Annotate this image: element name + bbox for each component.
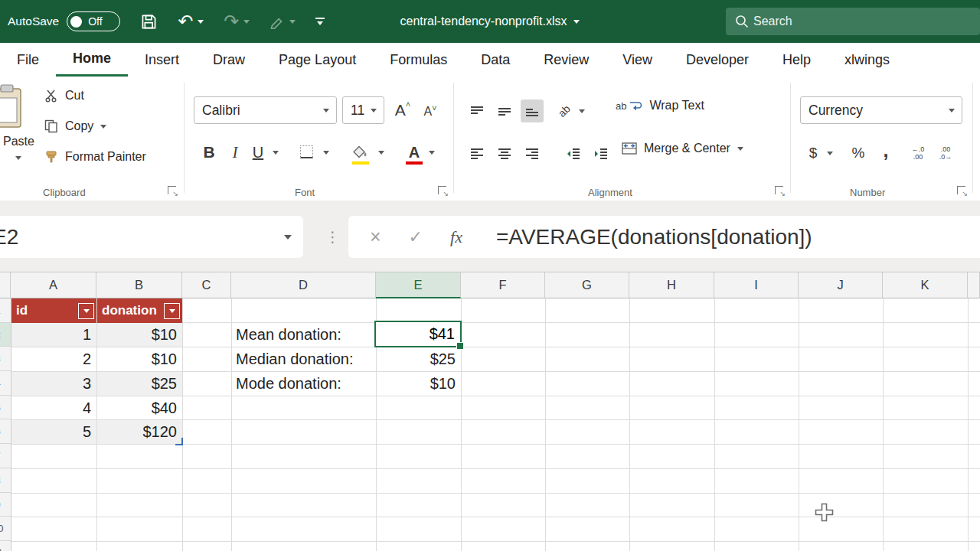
cut-button[interactable]: Cut: [44, 89, 84, 103]
tab-insert[interactable]: Insert: [128, 43, 196, 77]
column-header-B[interactable]: B: [96, 272, 182, 298]
orientation-dropdown-icon[interactable]: [579, 109, 585, 113]
column-header-partial[interactable]: [968, 272, 980, 298]
paste-button[interactable]: Paste: [3, 135, 34, 148]
font-dialog-launcher-icon[interactable]: [438, 186, 446, 194]
column-header-I[interactable]: I: [714, 272, 799, 298]
row-header-5[interactable]: 5: [0, 396, 11, 420]
cell-D3[interactable]: Median donation:: [232, 347, 375, 371]
italic-button[interactable]: I: [224, 139, 247, 165]
tab-developer[interactable]: Developer: [669, 43, 766, 77]
column-header-H[interactable]: H: [629, 272, 714, 298]
font-size-combo[interactable]: 11: [342, 96, 384, 124]
clipboard-dialog-launcher-icon[interactable]: [168, 186, 176, 194]
align-left-button[interactable]: [466, 142, 488, 165]
cell-B5[interactable]: $40: [97, 396, 182, 420]
row-header-6[interactable]: 6: [0, 419, 11, 444]
cell-E4[interactable]: $10: [377, 372, 461, 396]
bold-button[interactable]: B: [198, 139, 220, 165]
enter-icon[interactable]: ✓: [409, 227, 423, 247]
column-header-C[interactable]: C: [182, 272, 231, 298]
shrink-font-button[interactable]: A˅: [418, 99, 443, 124]
align-middle-button[interactable]: [493, 99, 516, 122]
fill-color-button[interactable]: [351, 141, 371, 164]
grow-font-button[interactable]: A˄: [390, 98, 415, 122]
copy-button[interactable]: Copy: [44, 119, 106, 133]
percent-style-button[interactable]: %: [848, 141, 868, 165]
comma-style-button[interactable]: ,: [877, 138, 894, 162]
formula-bar-resize-handle[interactable]: ⋮: [325, 228, 340, 246]
name-box-dropdown-icon[interactable]: [284, 235, 292, 240]
select-all-corner[interactable]: [0, 272, 11, 298]
copy-dropdown-icon[interactable]: [100, 125, 106, 129]
column-header-A[interactable]: A: [11, 272, 96, 298]
table-resize-handle[interactable]: [175, 438, 183, 445]
cell-A1-table-header[interactable]: id: [11, 298, 96, 323]
format-painter-button[interactable]: Format Painter: [44, 150, 146, 164]
id-filter-button[interactable]: [78, 303, 94, 319]
merge-center-button[interactable]: Merge & Center: [622, 142, 743, 155]
borders-dropdown-icon[interactable]: [323, 151, 329, 155]
tab-formulas[interactable]: Formulas: [373, 43, 464, 77]
cell-D2[interactable]: Mean donation:: [232, 323, 375, 347]
tab-draw[interactable]: Draw: [196, 43, 262, 77]
cell-A6[interactable]: 5: [11, 420, 96, 444]
align-bottom-button[interactable]: [521, 99, 544, 122]
cancel-icon[interactable]: ×: [370, 226, 381, 248]
align-right-button[interactable]: [521, 142, 544, 165]
font-color-button[interactable]: A: [404, 141, 424, 164]
column-header-E[interactable]: E: [376, 272, 461, 298]
increase-decimal-button[interactable]: ←.0.00: [906, 141, 929, 165]
alignment-dialog-launcher-icon[interactable]: [775, 186, 783, 194]
column-header-J[interactable]: J: [799, 272, 883, 298]
row-header-1[interactable]: 1: [0, 298, 11, 323]
decrease-decimal-button[interactable]: .00.0→: [934, 141, 957, 165]
cell-D4[interactable]: Mode donation:: [232, 372, 375, 396]
cell-A2[interactable]: 1: [11, 323, 96, 347]
orientation-button[interactable]: ab: [554, 99, 574, 122]
tab-home[interactable]: Home: [56, 43, 128, 77]
underline-button[interactable]: U: [248, 139, 268, 165]
selected-cell-E2[interactable]: $41: [374, 321, 462, 347]
wrap-text-button[interactable]: ab Wrap Text: [616, 99, 704, 112]
borders-button[interactable]: [300, 145, 313, 158]
accounting-dropdown-icon[interactable]: [827, 152, 833, 155]
decrease-indent-button[interactable]: [562, 142, 585, 165]
row-header-11[interactable]: 11: [0, 541, 11, 551]
insert-function-icon[interactable]: fx: [450, 227, 462, 247]
row-header-7[interactable]: 7: [0, 444, 11, 468]
cell-B4[interactable]: $25: [97, 372, 182, 396]
cell-A3[interactable]: 2: [11, 347, 96, 371]
increase-indent-button[interactable]: [590, 142, 612, 165]
cell-B2[interactable]: $10: [97, 323, 182, 347]
merge-center-dropdown-icon[interactable]: [737, 147, 743, 151]
font-color-dropdown-icon[interactable]: [429, 151, 435, 155]
align-center-button[interactable]: [493, 142, 516, 165]
formula-input[interactable]: × ✓ fx =AVERAGE(donations[donation]): [348, 216, 980, 258]
underline-dropdown-icon[interactable]: [273, 151, 279, 155]
row-header-9[interactable]: 9: [0, 493, 11, 517]
row-header-10[interactable]: 10: [0, 517, 11, 541]
tab-view[interactable]: View: [606, 43, 669, 77]
name-box[interactable]: E2: [0, 216, 303, 258]
row-header-4[interactable]: 4: [0, 371, 11, 396]
tab-data[interactable]: Data: [464, 43, 527, 77]
cell-B3[interactable]: $10: [97, 347, 182, 371]
column-header-D[interactable]: D: [231, 272, 376, 298]
tab-xlwings[interactable]: xlwings: [828, 43, 906, 77]
tab-help[interactable]: Help: [766, 43, 828, 77]
accounting-format-button[interactable]: $: [804, 141, 822, 165]
cell-A4[interactable]: 3: [11, 372, 96, 396]
cell-E3[interactable]: $25: [377, 347, 461, 371]
cell-B1-table-header[interactable]: donation: [97, 298, 182, 323]
column-header-K[interactable]: K: [883, 272, 968, 298]
paste-dropdown-icon[interactable]: [15, 156, 21, 160]
search-box[interactable]: Search: [726, 8, 980, 35]
fill-color-dropdown-icon[interactable]: [378, 151, 384, 155]
number-dialog-launcher-icon[interactable]: [957, 186, 965, 194]
row-header-2[interactable]: 2: [0, 323, 11, 347]
donation-filter-button[interactable]: [164, 303, 180, 319]
number-format-combo[interactable]: Currency: [800, 96, 962, 124]
align-top-button[interactable]: [466, 99, 488, 122]
row-header-3[interactable]: 3: [0, 347, 11, 371]
